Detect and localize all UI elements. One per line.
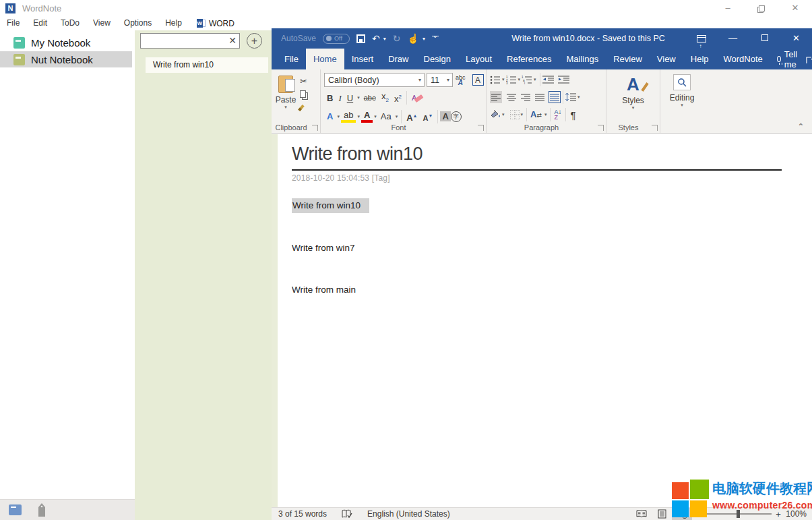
font-size-combobox[interactable]: 11▾ <box>427 73 453 87</box>
wordnote-close-button[interactable]: ✕ <box>778 0 812 16</box>
asian-layout-dropdown-icon[interactable]: ▾ <box>543 112 549 117</box>
menu-help[interactable]: Help <box>158 16 189 30</box>
tab-word[interactable]: W WORD <box>191 16 240 30</box>
enclose-characters-button[interactable]: 字 <box>451 111 462 122</box>
note-search-input[interactable] <box>141 34 224 48</box>
shading-dropdown-icon[interactable]: ▾ <box>501 112 506 117</box>
line-spacing-dropdown-icon[interactable]: ▾ <box>576 94 582 100</box>
undo-icon[interactable]: ↶ <box>372 33 380 44</box>
document-page[interactable]: Write from win10 2018-10-20 15:04:53 [Ta… <box>278 134 812 507</box>
wordnote-restore-button[interactable] <box>745 0 778 16</box>
character-shading-button[interactable]: A <box>440 111 450 121</box>
copy-button[interactable] <box>300 90 307 100</box>
menu-file[interactable]: File <box>0 16 26 30</box>
sidebar-item-nut-notebook[interactable]: Nut Notebook <box>0 51 132 67</box>
ribbon-tab-layout[interactable]: Layout <box>458 49 499 69</box>
multilevel-list-button[interactable]: 1ai <box>522 76 532 84</box>
ribbon-tab-file[interactable]: File <box>277 49 306 69</box>
add-note-button[interactable]: + <box>247 33 262 49</box>
share-icon[interactable] <box>806 54 812 64</box>
phonetic-guide-button[interactable]: abcA <box>453 74 468 87</box>
font-color-button[interactable]: A <box>361 110 373 123</box>
touch-mode-icon[interactable]: ☝ <box>408 33 419 44</box>
character-border-button[interactable]: A <box>472 74 484 86</box>
customize-qat-icon[interactable] <box>432 36 439 41</box>
undo-dropdown-icon[interactable]: ▾ <box>383 36 386 42</box>
subscript-button[interactable]: x2 <box>379 90 392 107</box>
tell-me-box[interactable]: Tell me <box>770 49 807 69</box>
justify-button[interactable] <box>535 94 544 101</box>
notebooks-view-icon[interactable] <box>9 504 22 515</box>
change-case-button[interactable]: Aa <box>378 110 394 123</box>
styles-button[interactable]: A Styles ▾ <box>606 73 660 111</box>
ribbon-tab-design[interactable]: Design <box>416 49 458 69</box>
editing-button[interactable]: Editing ▾ <box>660 74 704 108</box>
ribbon-tab-mailings[interactable]: Mailings <box>559 49 606 69</box>
paragraph-dialog-launcher-icon[interactable] <box>598 125 604 131</box>
decrease-indent-button[interactable] <box>542 76 554 84</box>
paste-dropdown-icon[interactable]: ▾ <box>272 105 300 110</box>
sort-button[interactable]: A↓Z <box>553 109 563 120</box>
ribbon-tab-draw[interactable]: Draw <box>381 49 416 69</box>
styles-dialog-launcher-icon[interactable] <box>652 125 658 131</box>
sidebar-item-my-notebook[interactable]: My Notebook <box>0 34 132 51</box>
change-case-dropdown-icon[interactable]: ▾ <box>394 114 400 119</box>
autosave-toggle[interactable]: Off <box>323 34 350 44</box>
highlight-dropdown-icon[interactable]: ▾ <box>356 114 361 119</box>
save-icon[interactable] <box>356 34 365 43</box>
shrink-font-button[interactable]: A▼ <box>420 109 436 125</box>
ribbon-tab-help[interactable]: Help <box>683 49 716 69</box>
wordnote-minimize-button[interactable]: – <box>711 0 745 16</box>
bold-button[interactable]: B <box>324 92 336 105</box>
format-painter-button[interactable] <box>300 104 307 113</box>
align-center-button[interactable] <box>507 94 516 101</box>
font-dialog-launcher-icon[interactable] <box>478 125 484 131</box>
cut-button[interactable]: ✂ <box>300 77 307 86</box>
note-list-item[interactable]: Write from win10 <box>146 57 268 73</box>
distribute-button[interactable] <box>549 91 561 103</box>
word-maximize-button[interactable] <box>749 28 780 49</box>
read-mode-button[interactable] <box>631 508 652 520</box>
menu-edit[interactable]: Edit <box>26 16 54 30</box>
numbering-dropdown-icon[interactable]: ▾ <box>517 77 522 82</box>
text-effects-button[interactable]: A <box>324 110 336 123</box>
touch-mode-dropdown-icon[interactable]: ▾ <box>423 36 425 42</box>
increase-indent-button[interactable] <box>558 76 569 84</box>
shading-button[interactable] <box>490 110 501 119</box>
ribbon-tab-wordnote[interactable]: WordNote <box>716 49 770 69</box>
word-close-button[interactable]: ✕ <box>780 28 812 49</box>
superscript-button[interactable]: x2 <box>392 90 404 105</box>
collapse-ribbon-icon[interactable]: ⌃ <box>798 122 804 131</box>
proofing-icon[interactable] <box>342 509 352 519</box>
show-formatting-marks-button[interactable]: ¶ <box>568 109 579 121</box>
word-count[interactable]: 3 of 15 words <box>272 509 327 519</box>
italic-button[interactable]: I <box>336 92 344 105</box>
ribbon-tab-review[interactable]: Review <box>606 49 650 69</box>
align-left-button[interactable] <box>490 91 502 103</box>
menu-view[interactable]: View <box>86 16 117 30</box>
menu-todo[interactable]: ToDo <box>54 16 86 30</box>
language-status[interactable]: English (United States) <box>367 509 450 519</box>
strikethrough-button[interactable]: abe <box>361 92 379 105</box>
numbering-button[interactable]: 123 <box>506 76 517 84</box>
clipboard-dialog-launcher-icon[interactable] <box>312 125 318 131</box>
editing-dropdown-icon[interactable]: ▾ <box>660 103 704 108</box>
ribbon-tab-view[interactable]: View <box>650 49 683 69</box>
styles-dropdown-icon[interactable]: ▾ <box>606 105 660 111</box>
align-right-button[interactable] <box>521 94 530 101</box>
borders-button[interactable] <box>510 110 520 119</box>
doc-selected-text[interactable]: Write from win10 <box>292 198 369 213</box>
tags-view-icon[interactable] <box>36 502 47 517</box>
clear-formatting-button[interactable]: A <box>409 92 426 105</box>
bullets-button[interactable] <box>490 76 501 84</box>
ribbon-tab-insert[interactable]: Insert <box>344 49 381 69</box>
ribbon-tab-home[interactable]: Home <box>306 49 344 69</box>
text-effects-dropdown-icon[interactable]: ▾ <box>336 114 341 119</box>
font-color-dropdown-icon[interactable]: ▾ <box>373 114 378 119</box>
redo-icon[interactable]: ↻ <box>393 33 401 44</box>
borders-dropdown-icon[interactable]: ▾ <box>520 112 525 117</box>
line-spacing-button[interactable] <box>565 93 576 101</box>
ribbon-tab-references[interactable]: References <box>499 49 559 69</box>
text-highlight-button[interactable]: ab <box>341 110 356 123</box>
multilevel-dropdown-icon[interactable]: ▾ <box>532 77 538 82</box>
